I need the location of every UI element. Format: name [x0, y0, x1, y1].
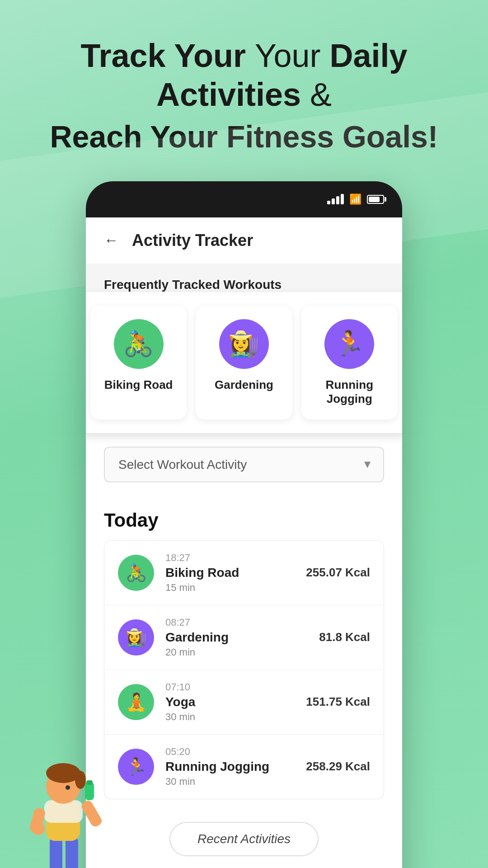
- battery-icon: [367, 195, 384, 204]
- workout-card-biking[interactable]: 🚴 Biking Road: [90, 306, 187, 420]
- hero-track: Track Your: [80, 38, 255, 74]
- svg-point-8: [75, 771, 86, 789]
- activity-item-biking[interactable]: 🚴 18:27 Biking Road 15 min 255.07 Kcal: [104, 541, 384, 605]
- biking-icon: 🚴: [114, 319, 164, 369]
- today-title: Today: [104, 509, 384, 531]
- running-label: Running Jogging: [310, 378, 389, 406]
- activity-calories-gardening: 81.8 Kcal: [319, 630, 370, 644]
- frequently-tracked-label: Frequently Tracked Workouts: [104, 278, 384, 292]
- activity-info-biking: 18:27 Biking Road 15 min: [165, 552, 295, 594]
- activity-icon-running: 🏃: [118, 749, 154, 785]
- activity-name-gardening: Gardening: [165, 630, 308, 645]
- activity-duration-gardening: 20 min: [165, 646, 308, 658]
- recent-btn-section: Recent Activities: [86, 813, 402, 868]
- workout-card-gardening[interactable]: 👩‍🌾 Gardening: [196, 306, 292, 420]
- svg-rect-12: [86, 780, 93, 785]
- activity-calories-running: 258.29 Kcal: [306, 760, 370, 774]
- app-title: Activity Tracker: [132, 231, 253, 250]
- svg-rect-0: [50, 836, 62, 868]
- hero-section: Track Your Your Daily Activities & Reach…: [0, 0, 488, 181]
- today-section: Today 🚴 18:27 Biking Road 15 min 255.07 …: [86, 496, 402, 813]
- back-button[interactable]: ←: [104, 232, 118, 249]
- running-icon: 🏃: [324, 319, 374, 369]
- svg-rect-10: [80, 799, 103, 828]
- activity-item-gardening[interactable]: 👩‍🌾 08:27 Gardening 20 min 81.8 Kcal: [104, 605, 384, 670]
- svg-rect-1: [66, 836, 78, 868]
- recent-activities-button[interactable]: Recent Activities: [169, 822, 319, 856]
- hero-and: &: [310, 76, 332, 113]
- workout-cards-row: 🚴 Biking Road 👩‍🌾 Gardening 🏃 Running Jo…: [86, 292, 402, 433]
- activity-icon-biking: 🚴: [118, 555, 154, 591]
- activity-time-biking: 18:27: [165, 552, 295, 564]
- activities-list: 🚴 18:27 Biking Road 15 min 255.07 Kcal 👩…: [104, 540, 384, 799]
- biking-label: Biking Road: [104, 378, 173, 392]
- activity-time-running: 05:20: [165, 746, 295, 758]
- select-workout-section: Select Workout Activity Biking Road Gard…: [86, 433, 402, 496]
- svg-point-14: [32, 822, 45, 835]
- activity-item-yoga[interactable]: 🧘 07:10 Yoga 30 min 151.75 Kcal: [104, 670, 384, 735]
- status-icons: 📶: [327, 193, 384, 205]
- activity-icon-gardening: 👩‍🌾: [118, 619, 154, 656]
- activity-duration-yoga: 30 min: [165, 711, 295, 723]
- phone-frame: 📶 ← Activity Tracker Frequently Tracked …: [86, 181, 402, 868]
- activity-calories-biking: 255.07 Kcal: [306, 566, 370, 580]
- frequently-tracked-section: Frequently Tracked Workouts: [86, 264, 402, 292]
- decorative-figure: [18, 746, 108, 868]
- activity-info-gardening: 08:27 Gardening 20 min: [165, 617, 308, 658]
- activity-info-yoga: 07:10 Yoga 30 min: [165, 681, 295, 723]
- phone-notch: [199, 181, 289, 199]
- activity-duration-biking: 15 min: [165, 582, 295, 594]
- svg-point-9: [66, 785, 70, 790]
- activity-duration-running: 30 min: [165, 776, 295, 788]
- workout-dropdown[interactable]: Select Workout Activity Biking Road Gard…: [104, 447, 384, 482]
- activity-time-yoga: 07:10: [165, 681, 295, 693]
- activity-name-yoga: Yoga: [165, 695, 295, 709]
- app-header: ← Activity Tracker: [86, 217, 402, 264]
- hero-your: Your: [255, 38, 329, 74]
- phone-status-bar: 📶: [86, 181, 402, 217]
- activity-time-gardening: 08:27: [165, 617, 308, 628]
- gardening-icon: 👩‍🌾: [219, 319, 269, 369]
- gardening-label: Gardening: [215, 378, 273, 392]
- workout-card-running[interactable]: 🏃 Running Jogging: [301, 306, 398, 420]
- hero-subtitle: Reach Your Fitness Goals!: [27, 119, 461, 154]
- activity-item-running[interactable]: 🏃 05:20 Running Jogging 30 min 258.29 Kc…: [104, 735, 384, 799]
- dropdown-wrapper: Select Workout Activity Biking Road Gard…: [104, 447, 384, 482]
- activity-info-running: 05:20 Running Jogging 30 min: [165, 746, 295, 788]
- app-content: ← Activity Tracker Frequently Tracked Wo…: [86, 217, 402, 868]
- wifi-icon: 📶: [349, 193, 361, 205]
- activity-name-biking: Biking Road: [165, 566, 295, 580]
- activity-name-running: Running Jogging: [165, 760, 295, 774]
- signal-icon: [327, 194, 344, 204]
- activity-icon-yoga: 🧘: [118, 684, 154, 720]
- activity-calories-yoga: 151.75 Kcal: [306, 695, 370, 709]
- phone-container: 📶 ← Activity Tracker Frequently Tracked …: [0, 181, 488, 868]
